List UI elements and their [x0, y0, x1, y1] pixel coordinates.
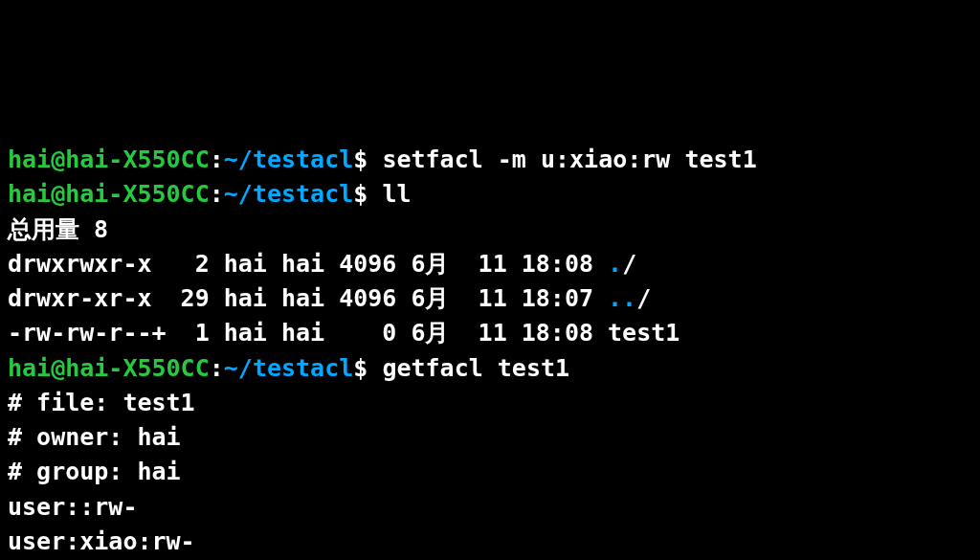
terminal[interactable]: hai@hai-X550CC:~/testacl$ setfacl -m u:x… — [8, 143, 972, 560]
prompt-dollar: $ — [353, 354, 368, 382]
prompt-user: hai@hai-X550CC — [8, 180, 210, 208]
prompt-user: hai@hai-X550CC — [8, 146, 210, 173]
ll-total: 总用量 8 — [8, 213, 972, 247]
command-getfacl — [368, 354, 382, 382]
prompt-dollar: $ — [353, 180, 368, 208]
command-getfacl-text: getfacl test1 — [382, 354, 569, 382]
prompt-path: ~/testacl — [224, 180, 353, 208]
prompt-path: ~/testacl — [224, 354, 353, 382]
prompt-line-3[interactable]: hai@hai-X550CC:~/testacl$ getfacl test1 — [8, 351, 972, 386]
ll-row-parent: drwxr-xr-x 29 hai hai 4096 6月 11 18:07 .… — [8, 281, 972, 316]
facl-user-owner: user::rw- — [8, 490, 972, 525]
ll-row-perms: drwxrwxr-x 2 hai hai 4096 6月 11 18:08 — [8, 250, 608, 278]
command-setfacl-text: setfacl -m u:xiao:rw test1 — [382, 146, 756, 173]
dir-slash: / — [636, 284, 651, 312]
facl-group: # group: hai — [8, 455, 972, 489]
prompt-colon: : — [210, 146, 224, 173]
prompt-path: ~/testacl — [224, 146, 353, 173]
facl-file: # file: test1 — [8, 386, 972, 420]
command-setfacl — [368, 146, 382, 173]
dir-slash: / — [622, 250, 636, 278]
ll-row-current: drwxrwxr-x 2 hai hai 4096 6月 11 18:08 ./ — [8, 247, 972, 281]
prompt-colon: : — [210, 354, 224, 382]
prompt-dollar: $ — [353, 146, 368, 173]
ll-row-perms: drwxr-xr-x 29 hai hai 4096 6月 11 18:07 — [8, 284, 608, 312]
prompt-colon: : — [210, 180, 224, 208]
facl-user-xiao: user:xiao:rw- — [8, 525, 972, 559]
prompt-user: hai@hai-X550CC — [8, 354, 210, 382]
command-ll-text: ll — [382, 180, 411, 208]
dir-dotdot-icon: .. — [608, 284, 636, 312]
dir-dot-icon: . — [608, 250, 622, 278]
facl-owner: # owner: hai — [8, 420, 972, 455]
prompt-line-1[interactable]: hai@hai-X550CC:~/testacl$ setfacl -m u:x… — [8, 143, 972, 177]
ll-row-file: -rw-rw-r--+ 1 hai hai 0 6月 11 18:08 test… — [8, 316, 972, 350]
prompt-line-2[interactable]: hai@hai-X550CC:~/testacl$ ll — [8, 177, 972, 212]
command-ll — [368, 180, 382, 208]
